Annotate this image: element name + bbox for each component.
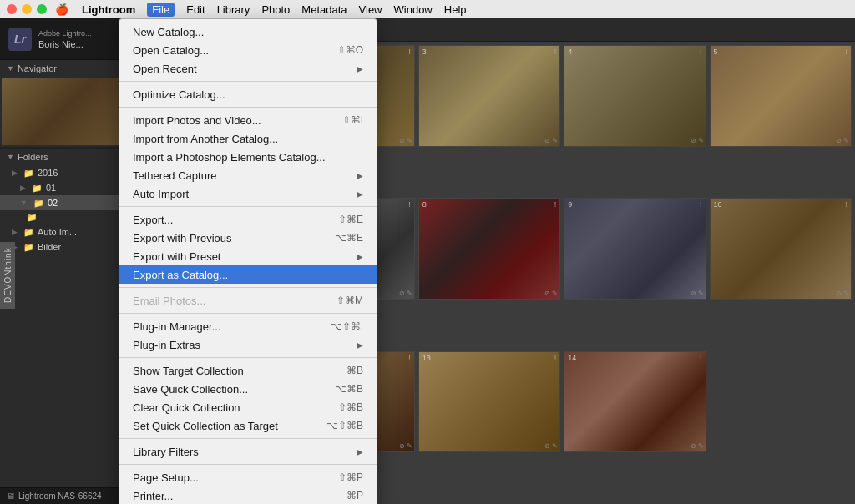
menu-show-target[interactable]: Show Target Collection ⌘B bbox=[119, 361, 377, 380]
menu-export-preset[interactable]: Export with Preset ▶ bbox=[119, 247, 377, 265]
menu-new-catalog[interactable]: New Catalog... bbox=[119, 23, 377, 41]
photo-cell-10[interactable]: 10 ! ⊘✎ bbox=[710, 198, 852, 300]
sidebar-item-autoimport[interactable]: ▶ 📁 Auto Im... bbox=[0, 224, 124, 239]
menu-import-photos[interactable]: Import Photos and Video... ⇧⌘I bbox=[119, 111, 377, 129]
sidebar-subitem[interactable]: 📁 bbox=[0, 210, 124, 224]
photo-num: 3 bbox=[422, 48, 427, 56]
shortcut: ⌥⇧⌘, bbox=[331, 320, 363, 332]
separator bbox=[119, 464, 377, 465]
lr-logo-text: Adobe Lightro... Boris Nie... bbox=[38, 28, 92, 49]
photo-cell-5[interactable]: 5 ! ⊘✎ bbox=[710, 45, 852, 147]
traffic-lights bbox=[7, 4, 47, 14]
photo-num: 5 bbox=[714, 48, 718, 56]
photo-icons: ⊘✎ bbox=[691, 442, 704, 450]
folders-header[interactable]: ▼ Folders bbox=[0, 149, 124, 165]
folder-icon: 📁 bbox=[32, 184, 42, 193]
photo-num: 10 bbox=[714, 200, 722, 209]
window-menu[interactable]: Window bbox=[394, 3, 433, 16]
photo-badge: ! bbox=[408, 200, 411, 209]
sidebar-item-2016[interactable]: ▶ 📁 2016 bbox=[0, 165, 124, 180]
edit-menu[interactable]: Edit bbox=[186, 3, 205, 16]
photo-cell-4[interactable]: 4 ! ⊘✎ bbox=[564, 45, 706, 147]
shortcut: ⌥⇧⌘B bbox=[326, 420, 363, 431]
menu-library-filters[interactable]: Library Filters ▶ bbox=[119, 442, 377, 461]
photo-num: 8 bbox=[422, 200, 427, 209]
expand-icon: ▶ bbox=[20, 184, 26, 192]
file-menu[interactable]: File bbox=[147, 3, 175, 17]
photo-cell-14[interactable]: 14 ! ⊘✎ bbox=[564, 351, 706, 453]
shortcut: ⌘P bbox=[347, 490, 363, 501]
statusbar-label: Lightroom NAS bbox=[18, 491, 75, 501]
shortcut: ⇧⌘I bbox=[342, 114, 363, 126]
library-menu[interactable]: Library bbox=[217, 3, 250, 16]
photo-badge: ! bbox=[554, 48, 557, 56]
menu-optimize-catalog[interactable]: Optimize Catalog... bbox=[119, 85, 377, 103]
menu-save-quick[interactable]: Save Quick Collection... ⌥⌘B bbox=[119, 380, 377, 398]
shortcut: ⇧⌘P bbox=[338, 471, 363, 483]
photo-cell-3[interactable]: 3 ! ⊘✎ bbox=[418, 45, 560, 147]
menu-auto-import[interactable]: Auto Import ▶ bbox=[119, 184, 377, 203]
shortcut: ⇧⌘B bbox=[338, 401, 363, 413]
folders-arrow: ▼ bbox=[7, 153, 14, 161]
minimize-button[interactable] bbox=[22, 4, 32, 14]
separator bbox=[119, 357, 377, 358]
photo-menu[interactable]: Photo bbox=[261, 3, 290, 16]
sidebar-item-01[interactable]: ▶ 📁 01 bbox=[0, 180, 124, 195]
navigator-header[interactable]: ▼ Navigator bbox=[0, 60, 124, 77]
photo-cell-13[interactable]: 13 ! ⊘✎ bbox=[418, 351, 560, 453]
photo-icons: ⊘✎ bbox=[544, 290, 558, 297]
folder-icon: 📁 bbox=[27, 213, 37, 222]
apple-menu[interactable]: 🍎 bbox=[55, 3, 68, 16]
app-menu[interactable]: Lightroom bbox=[82, 3, 135, 16]
expand-icon: ▶ bbox=[12, 228, 18, 236]
menu-import-photoshop[interactable]: Import a Photoshop Elements Catalog... bbox=[119, 148, 377, 166]
photo-icons: ⊘✎ bbox=[691, 290, 704, 297]
menu-import-another[interactable]: Import from Another Catalog... bbox=[119, 129, 377, 148]
folders-label: Folders bbox=[18, 152, 48, 162]
sidebar-item-bilder[interactable]: ▶ 📁 Bilder bbox=[0, 239, 124, 255]
photo-icons: ⊘✎ bbox=[836, 290, 849, 297]
menu-export[interactable]: Export... ⇧⌘E bbox=[119, 210, 377, 229]
shortcut: ⇧⌘M bbox=[336, 295, 363, 306]
sidebar-item-02[interactable]: ▼ 📁 02 bbox=[0, 195, 124, 210]
menu-plugin-extras[interactable]: Plug-in Extras ▶ bbox=[119, 335, 377, 354]
separator bbox=[119, 81, 377, 82]
lightroom-nas-icon: 🖥 bbox=[7, 491, 15, 501]
menu-email-photos: Email Photos... ⇧⌘M bbox=[119, 291, 377, 310]
photo-cell-9[interactable]: 9 ! ⊘✎ bbox=[564, 198, 706, 300]
menu-open-recent[interactable]: Open Recent ▶ bbox=[119, 59, 377, 78]
menu-open-catalog[interactable]: Open Catalog... ⇧⌘O bbox=[119, 41, 377, 59]
file-dropdown-menu: New Catalog... Open Catalog... ⇧⌘O Open … bbox=[119, 18, 377, 504]
close-button[interactable] bbox=[7, 4, 17, 14]
photo-icons: ⊘✎ bbox=[691, 137, 704, 144]
photo-icons: ⊘✎ bbox=[544, 442, 558, 450]
separator bbox=[119, 287, 377, 288]
shortcut: ⇧⌘O bbox=[337, 44, 363, 56]
menu-printer[interactable]: Printer... ⌘P bbox=[119, 486, 377, 504]
menu-export-previous[interactable]: Export with Previous ⌥⌘E bbox=[119, 229, 377, 247]
photo-cell-8[interactable]: 8 ! ⊘✎ bbox=[418, 198, 560, 300]
submenu-arrow-icon: ▶ bbox=[357, 189, 363, 199]
fullscreen-button[interactable] bbox=[37, 4, 47, 14]
folder-icon: 📁 bbox=[23, 228, 33, 237]
menu-clear-quick[interactable]: Clear Quick Collection ⇧⌘B bbox=[119, 398, 377, 416]
menu-set-quick[interactable]: Set Quick Collection as Target ⌥⇧⌘B bbox=[119, 416, 377, 435]
separator bbox=[119, 313, 377, 314]
view-menu[interactable]: View bbox=[359, 3, 382, 16]
folder-label: 01 bbox=[46, 183, 56, 193]
submenu-arrow-icon: ▶ bbox=[357, 447, 363, 456]
menu-page-setup[interactable]: Page Setup... ⇧⌘P bbox=[119, 468, 377, 486]
metadata-menu[interactable]: Metadata bbox=[301, 3, 347, 16]
menu-plugin-manager[interactable]: Plug-in Manager... ⌥⇧⌘, bbox=[119, 317, 377, 335]
help-menu[interactable]: Help bbox=[444, 3, 467, 16]
devonthink-tab[interactable]: DEVONthink bbox=[0, 242, 15, 309]
photo-num: 14 bbox=[568, 354, 576, 362]
submenu-arrow-icon: ▶ bbox=[357, 252, 363, 261]
menu-tethered-capture[interactable]: Tethered Capture ▶ bbox=[119, 166, 377, 184]
sidebar: Lr Adobe Lightro... Boris Nie... ▼ Navig… bbox=[0, 18, 124, 504]
photo-badge: ! bbox=[700, 200, 702, 209]
separator bbox=[119, 107, 377, 108]
menu-export-catalog[interactable]: Export as Catalog... bbox=[119, 265, 377, 284]
photo-badge: ! bbox=[408, 48, 411, 56]
photo-icons: ⊘✎ bbox=[399, 137, 412, 144]
